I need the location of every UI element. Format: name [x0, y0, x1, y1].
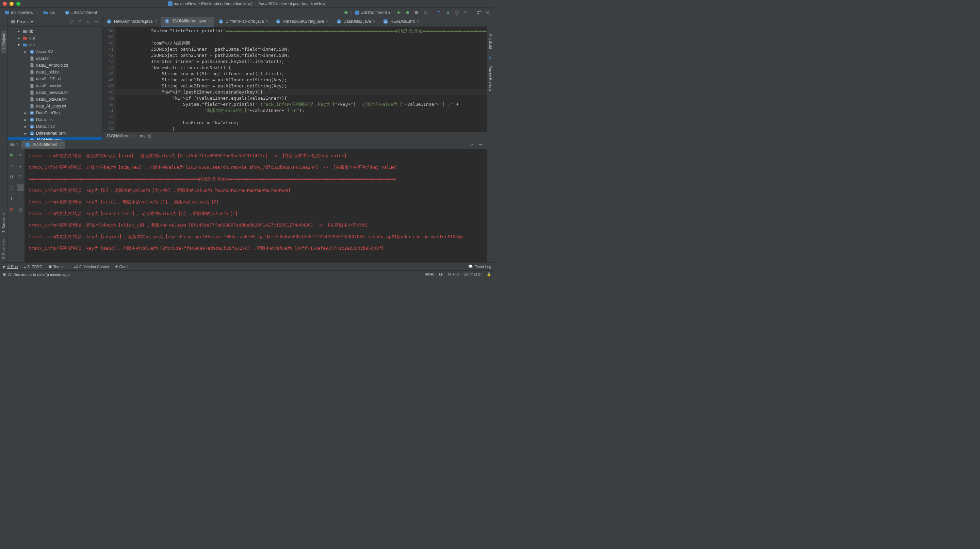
- hide-icon[interactable]: [477, 141, 484, 148]
- tree-item-data-txt[interactable]: data.txt: [8, 55, 102, 62]
- code-editor[interactable]: System."field">err.println("============…: [116, 27, 487, 132]
- wrap-icon[interactable]: [17, 173, 24, 180]
- breadcrumb-file[interactable]: C JSONdifferent: [63, 9, 98, 16]
- close-icon[interactable]: [8, 206, 15, 213]
- breadcrumb-folder[interactable]: src: [41, 9, 56, 16]
- editor-tab-diffrentplatform-java[interactable]: CDiffrentPlatForm.java×: [215, 17, 272, 27]
- print-icon[interactable]: [17, 195, 24, 202]
- tree-item-data-ai-copy-txt[interactable]: data_AI_copy.txt: [8, 103, 102, 109]
- project-structure-icon[interactable]: [476, 9, 482, 16]
- todo-icon: ≡: [24, 265, 26, 269]
- vcs-commit-icon[interactable]: [444, 9, 451, 16]
- class-icon: C: [29, 110, 35, 116]
- gear-icon[interactable]: [468, 141, 475, 148]
- tree-item-data1-android-txt[interactable]: data1_Android.txt: [8, 62, 102, 69]
- vcs-update-icon[interactable]: [436, 9, 442, 16]
- tree-item-jsondifferent[interactable]: ▸CJSONdifferent: [8, 137, 102, 140]
- breadcrumb-class[interactable]: JSONdifferent: [106, 134, 132, 138]
- tree-item-lib[interactable]: ▸lib: [8, 28, 102, 35]
- status-message: All files are up-to-date (a minute ago): [8, 273, 70, 276]
- navbar: maidianNew 〉 src 〉 C JSONdifferent JSONd…: [0, 8, 494, 17]
- tree-item-datautils2[interactable]: ▸CDataUtils2: [8, 123, 102, 130]
- down-icon[interactable]: [17, 163, 24, 170]
- ant-build-tool-tab[interactable]: Ant Build: [488, 31, 493, 52]
- tree-item-assertkv[interactable]: ▸CAssertKV: [8, 48, 102, 55]
- project-tool-tab[interactable]: 1: Project: [1, 31, 6, 53]
- debug-button[interactable]: [404, 9, 411, 16]
- build-icon[interactable]: [343, 9, 350, 16]
- tree-item-out[interactable]: ▸out: [8, 35, 102, 41]
- editor-tab-jsondifferent-java[interactable]: CJSONdifferent.java×: [161, 17, 215, 27]
- file-icon: [29, 56, 35, 61]
- breadcrumb-project[interactable]: maidianNew: [3, 9, 35, 16]
- maximize-window[interactable]: [16, 2, 21, 6]
- pause-icon[interactable]: [8, 173, 15, 180]
- rerun-icon[interactable]: [8, 152, 15, 159]
- lock-icon[interactable]: 🔒: [487, 272, 492, 276]
- gerrit-tab[interactable]: ◈Gerrit: [115, 264, 129, 269]
- close-icon[interactable]: ×: [154, 19, 157, 24]
- editor-tab-parse2gbkstring-java[interactable]: CParse2GBKString.java×: [272, 17, 332, 27]
- run-tab-bottom[interactable]: ▶4: Run: [3, 264, 18, 269]
- tree-item-data1-old-txt[interactable]: data1_old.txt: [8, 69, 102, 76]
- folder-out-icon: [22, 35, 28, 41]
- todo-tab[interactable]: ≡6: TODO: [24, 265, 42, 269]
- run-tab[interactable]: JSONdifferent ×: [21, 140, 64, 149]
- vcs-history-icon[interactable]: [453, 9, 460, 16]
- vcs-tab[interactable]: ⎇9: Version Control: [73, 264, 109, 269]
- tree-item-data3-newace-txt[interactable]: data3_newAce.txt: [8, 89, 102, 96]
- close-window[interactable]: [3, 2, 7, 6]
- pin-icon[interactable]: [8, 195, 15, 202]
- close-icon[interactable]: ×: [59, 142, 61, 147]
- tree-item-datautils[interactable]: ▸CDataUtils: [8, 116, 102, 123]
- maven-tool-tab[interactable]: m: [488, 52, 493, 62]
- hide-icon[interactable]: [93, 18, 100, 25]
- close-icon[interactable]: ×: [417, 19, 419, 24]
- scroll-icon[interactable]: [17, 184, 24, 191]
- chevron-down-icon: ▾: [31, 19, 33, 24]
- close-icon[interactable]: ×: [373, 19, 375, 24]
- console-output[interactable]: track_info外层判断错误，老版本的key为【aaid】，老版本的valu…: [24, 149, 487, 262]
- run-config-selector[interactable]: JSONdifferent ▾: [352, 9, 393, 16]
- structure-tool-tab[interactable]: 7: Structure: [1, 210, 6, 236]
- svg-rect-1: [5, 11, 9, 14]
- window-title: maidianNew [~/Desktop/code/maidianNew] -…: [3, 2, 492, 6]
- tree-item-data2-ios-txt[interactable]: data2_iOS.txt: [8, 76, 102, 83]
- event-log-tab[interactable]: 💬Event Log: [468, 264, 492, 269]
- vcs-revert-icon[interactable]: [462, 9, 469, 16]
- close-icon[interactable]: ×: [208, 19, 211, 24]
- editor-tab-newarchitecture-java[interactable]: CNewArchitecture.java×: [103, 17, 161, 27]
- collapse-all-icon[interactable]: [76, 18, 83, 25]
- dump-threads-icon[interactable]: [8, 184, 15, 191]
- sidebar-title[interactable]: Project ▾: [10, 19, 33, 24]
- terminal-tab[interactable]: ▣Terminal: [48, 264, 67, 269]
- coverage-button[interactable]: [413, 9, 420, 16]
- svg-rect-11: [479, 11, 481, 12]
- gear-icon[interactable]: [85, 18, 92, 25]
- folder-icon: [22, 29, 28, 34]
- breadcrumb-method[interactable]: main(): [140, 134, 151, 138]
- trash-icon[interactable]: [17, 206, 24, 213]
- editor-tab-datautils2-java[interactable]: CDataUtils2.java×: [332, 17, 379, 27]
- maven-tool-tab-label[interactable]: Maven Projects: [488, 62, 493, 95]
- stop-icon[interactable]: [8, 163, 15, 170]
- stop-button[interactable]: [422, 9, 429, 16]
- tree-item-src[interactable]: ▾src: [8, 41, 102, 48]
- tree-item-diffrentplatform[interactable]: ▸CDiffrentPlatForm: [8, 130, 102, 137]
- up-icon[interactable]: [17, 152, 24, 159]
- svg-text:C: C: [220, 20, 222, 24]
- file-encoding[interactable]: UTF-8: [448, 272, 459, 276]
- minimize-window[interactable]: [10, 2, 14, 6]
- search-icon[interactable]: [485, 9, 492, 16]
- line-separator[interactable]: LF: [439, 272, 443, 276]
- run-button[interactable]: [395, 9, 402, 16]
- close-icon[interactable]: ×: [266, 19, 268, 24]
- tree-item-data2-new-txt[interactable]: data2_new.txt: [8, 83, 102, 89]
- tree-item-datapathtag[interactable]: ▸CDataPathTag: [8, 109, 102, 116]
- tree-item-data3-oldace-txt[interactable]: data3_oldAce.txt: [8, 96, 102, 103]
- editor-tab-readme-md[interactable]: MDREADME.md×: [379, 17, 423, 27]
- close-icon[interactable]: ×: [326, 19, 328, 24]
- git-branch[interactable]: Git: master: [463, 272, 482, 276]
- favorites-tool-tab[interactable]: 2: Favorites: [1, 236, 6, 262]
- scroll-from-source-icon[interactable]: [68, 18, 75, 25]
